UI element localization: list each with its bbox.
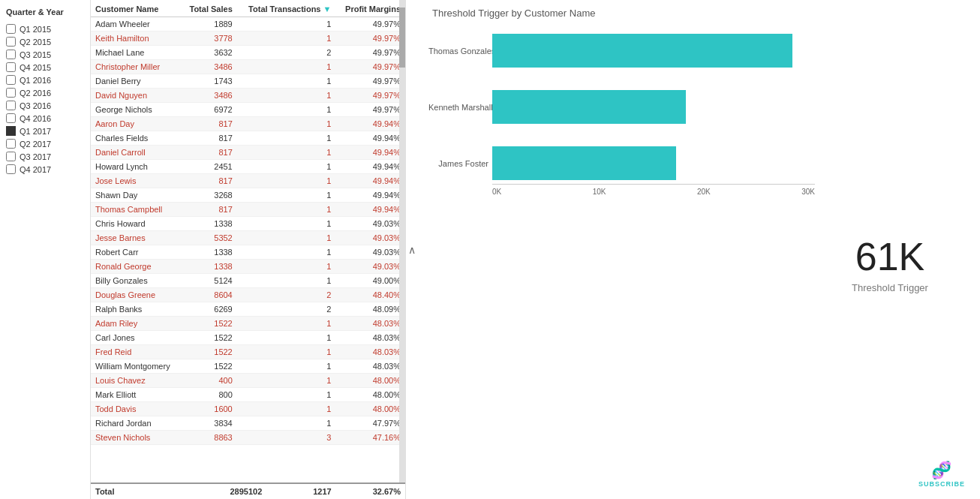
filter-checkbox[interactable] xyxy=(6,113,16,123)
table-row: Aaron Day817149.94% xyxy=(91,117,405,131)
cell-total-transactions: 1 xyxy=(237,231,336,245)
filter-checkbox[interactable] xyxy=(6,50,16,59)
filter-checkbox[interactable] xyxy=(6,24,16,34)
filter-checkbox[interactable] xyxy=(6,164,16,174)
cell-total-transactions: 1 xyxy=(237,317,336,331)
table-row: Steven Nichols8863347.16% xyxy=(91,431,405,445)
cell-customer-name: Billy Gonzales xyxy=(91,274,181,288)
cell-total-sales: 3268 xyxy=(181,188,237,203)
cell-customer-name: Christopher Miller xyxy=(91,60,181,74)
x-label-10k: 10K xyxy=(593,188,606,196)
x-label-20k: 20K xyxy=(697,188,711,196)
filter-checkbox[interactable] xyxy=(6,88,16,98)
bar-fill xyxy=(492,34,792,68)
cell-total-transactions: 1 xyxy=(237,117,336,131)
footer-margin: 32.67% xyxy=(356,487,401,496)
table-row: George Nichols6972149.97% xyxy=(91,103,405,117)
cell-total-sales: 800 xyxy=(181,388,237,402)
cell-customer-name: Ronald George xyxy=(91,260,181,274)
scroll-thumb[interactable] xyxy=(399,8,405,68)
cell-profit-margin: 49.97% xyxy=(335,17,405,32)
table-row: Mark Elliott800148.00% xyxy=(91,388,405,402)
cell-total-transactions: 1 xyxy=(237,345,336,359)
filter-item[interactable]: Q4 2016 xyxy=(6,112,84,125)
bar-fill xyxy=(492,146,676,180)
cell-total-transactions: 1 xyxy=(237,203,336,217)
filter-checkbox[interactable] xyxy=(6,62,16,72)
cell-customer-name: Jesse Barnes xyxy=(91,231,181,245)
cell-customer-name: Mark Elliott xyxy=(91,388,181,402)
filter-item[interactable]: Q1 2017 xyxy=(6,125,84,137)
cell-total-sales: 3632 xyxy=(181,46,237,60)
filter-item[interactable]: Q2 2017 xyxy=(6,137,84,150)
table-row: David Nguyen3486149.97% xyxy=(91,89,405,103)
filter-item[interactable]: Q2 2016 xyxy=(6,86,84,99)
filter-title: Quarter & Year xyxy=(6,8,84,17)
filter-item[interactable]: Q1 2015 xyxy=(6,23,84,35)
table-row: Thomas Campbell817149.94% xyxy=(91,203,405,217)
cell-total-sales: 1338 xyxy=(181,245,237,260)
cell-customer-name: Adam Riley xyxy=(91,317,181,331)
cell-customer-name: Carl Jones xyxy=(91,331,181,345)
col-profit-margins: Profit Margins xyxy=(335,0,405,17)
cell-profit-margin: 49.97% xyxy=(335,60,405,74)
footer-trans: 1217 xyxy=(287,487,332,496)
filter-checkbox[interactable] xyxy=(6,37,16,47)
cell-profit-margin: 49.03% xyxy=(335,260,405,274)
cell-customer-name: Fred Reid xyxy=(91,345,181,359)
cell-total-transactions: 1 xyxy=(237,374,336,388)
subscribe-label: SUBSCRIBE xyxy=(918,480,965,488)
right-panel: Threshold Trigger by Customer Name Thoma… xyxy=(417,0,980,499)
filter-items-container: Q1 2015Q2 2015Q3 2015Q4 2015Q1 2016Q2 20… xyxy=(6,23,84,176)
table-row: Chris Howard1338149.03% xyxy=(91,217,405,231)
filter-checkbox[interactable] xyxy=(6,75,16,85)
filter-item[interactable]: Q3 2016 xyxy=(6,99,84,112)
filter-item[interactable]: Q1 2016 xyxy=(6,74,84,86)
table-row: Louis Chavez400148.00% xyxy=(91,374,405,388)
subscribe-icon: 🧬 xyxy=(931,461,951,480)
cell-total-transactions: 1 xyxy=(237,160,336,174)
filter-item[interactable]: Q4 2015 xyxy=(6,61,84,74)
filter-item[interactable]: Q4 2017 xyxy=(6,163,84,176)
table-row: Keith Hamilton3778149.97% xyxy=(91,32,405,46)
table-container[interactable]: Customer Name Total Sales Total Transact… xyxy=(91,0,405,482)
bar-track xyxy=(492,34,815,68)
cell-customer-name: Ralph Banks xyxy=(91,302,181,317)
cell-total-transactions: 1 xyxy=(237,245,336,260)
filter-checkbox[interactable] xyxy=(6,101,16,110)
cell-profit-margin: 49.97% xyxy=(335,32,405,46)
bar-chart: Thomas GonzalesKenneth MarshallJames Fos… xyxy=(432,34,815,180)
table-row: Richard Jordan3834147.97% xyxy=(91,416,405,431)
cell-total-sales: 3486 xyxy=(181,60,237,74)
cell-customer-name: Daniel Berry xyxy=(91,74,181,89)
table-row: Howard Lynch2451149.94% xyxy=(91,160,405,174)
table-row: William Montgomery1522148.03% xyxy=(91,359,405,374)
cell-customer-name: Shawn Day xyxy=(91,188,181,203)
cell-total-transactions: 1 xyxy=(237,74,336,89)
cell-total-transactions: 1 xyxy=(237,60,336,74)
bar-row: James Foster xyxy=(492,146,815,180)
filter-checkbox[interactable] xyxy=(6,152,16,161)
cell-total-sales: 817 xyxy=(181,174,237,188)
cell-total-sales: 1338 xyxy=(181,217,237,231)
cell-total-sales: 1889 xyxy=(181,17,237,32)
cell-profit-margin: 49.97% xyxy=(335,89,405,103)
cell-profit-margin: 49.94% xyxy=(335,131,405,146)
filter-label: Q4 2015 xyxy=(20,63,51,72)
cell-total-sales: 8604 xyxy=(181,288,237,302)
table-row: Ralph Banks6269248.09% xyxy=(91,302,405,317)
table-footer: Total 2895102 1217 32.67% xyxy=(91,482,405,499)
filter-item[interactable]: Q3 2015 xyxy=(6,48,84,61)
filter-checkbox[interactable] xyxy=(6,139,16,149)
cell-customer-name: Jose Lewis xyxy=(91,174,181,188)
table-row: Charles Fields817149.94% xyxy=(91,131,405,146)
table-row: Jose Lewis817149.94% xyxy=(91,174,405,188)
filter-item[interactable]: Q3 2017 xyxy=(6,150,84,163)
cell-total-sales: 1600 xyxy=(181,402,237,416)
cell-total-sales: 817 xyxy=(181,203,237,217)
collapse-arrow[interactable]: ∧ xyxy=(405,0,417,499)
filter-item[interactable]: Q2 2015 xyxy=(6,35,84,48)
chevron-up-icon: ∧ xyxy=(408,244,416,256)
filter-label: Q4 2017 xyxy=(20,165,51,174)
scrollbar[interactable] xyxy=(399,0,405,482)
